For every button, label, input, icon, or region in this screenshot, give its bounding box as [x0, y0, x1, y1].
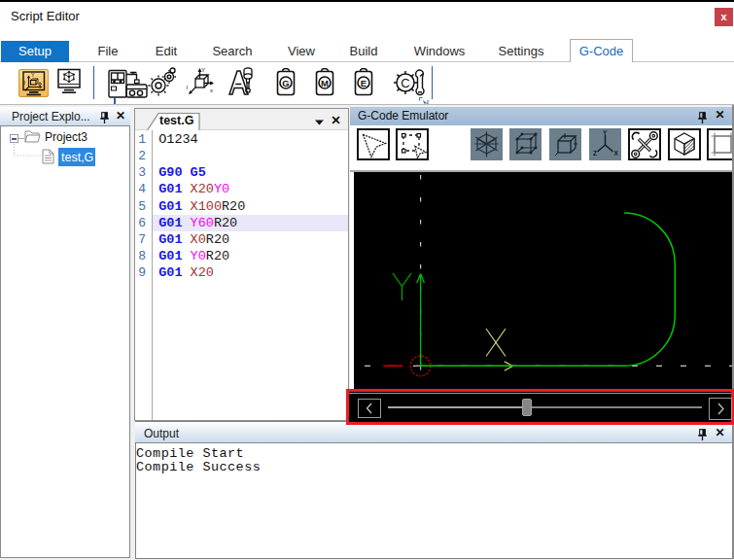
svg-text:C: C	[401, 76, 409, 90]
svg-text:I: I	[187, 85, 189, 90]
svg-text:I: I	[23, 80, 25, 86]
svg-text:G: G	[282, 78, 289, 88]
svg-text:Z: Z	[593, 150, 597, 157]
svg-text:Y: Y	[201, 67, 205, 73]
svg-text:x: x	[210, 88, 213, 93]
svg-text:X: X	[613, 150, 618, 157]
svg-text:M: M	[321, 78, 329, 88]
svg-text:Y: Y	[603, 128, 608, 135]
svg-text:Y: Y	[31, 72, 35, 78]
svg-text:E: E	[361, 78, 367, 88]
